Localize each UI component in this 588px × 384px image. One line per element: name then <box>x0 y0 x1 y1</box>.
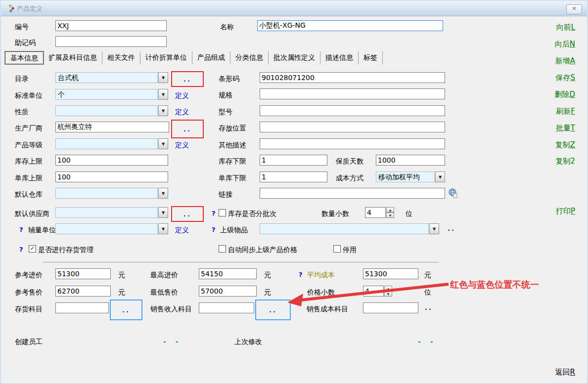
dropdown-arrow-icon[interactable]: ▼ <box>158 138 168 149</box>
cost-method-combobox[interactable]: 移动加权平均 ▼ <box>376 171 445 182</box>
spec-input[interactable] <box>260 88 445 99</box>
mnemonic-input[interactable] <box>55 36 167 47</box>
stock-lower-input[interactable] <box>260 155 327 166</box>
sales-income-browse-button[interactable]: .. <box>269 306 277 314</box>
sidebar-button-copy2[interactable]: 复制2 <box>555 157 575 166</box>
back-button[interactable]: 返回R <box>555 368 575 377</box>
location-input[interactable] <box>260 122 445 132</box>
sidebar-button-delete[interactable]: 删除D <box>554 90 575 99</box>
grade-define-link[interactable]: 定义 <box>175 141 189 150</box>
sidebar-button-forward[interactable]: 向前L <box>556 23 575 32</box>
dropdown-arrow-icon[interactable]: ▼ <box>435 171 445 182</box>
sidebar-button-print[interactable]: 打印P <box>556 207 575 216</box>
ref-purchase-input[interactable] <box>55 268 111 279</box>
aux-unit-define-link[interactable]: 定义 <box>175 226 189 235</box>
store-lower-input[interactable] <box>260 171 327 182</box>
tab-pricing-units[interactable]: 计价折算单位 <box>140 51 192 64</box>
creator-label: 创建员工 <box>15 337 43 346</box>
sidebar-button-refresh[interactable]: 刷新F <box>556 107 575 116</box>
spin-down-icon[interactable]: ▼ <box>386 213 394 218</box>
auto-sync-checkbox[interactable] <box>219 245 226 253</box>
aux-unit-combobox[interactable]: ▼ <box>55 223 168 234</box>
ref-sale-label: 参考售价 <box>15 287 43 297</box>
avg-cost-input[interactable] <box>363 268 418 279</box>
default-warehouse-combobox[interactable]: ▼ <box>55 188 168 199</box>
inv-account-browse-button[interactable]: .. <box>122 306 130 314</box>
default-supplier-combobox[interactable]: ▼ <box>55 207 168 218</box>
disabled-checkbox[interactable] <box>333 245 341 253</box>
annotation-red-box-supplier: .. <box>171 206 204 222</box>
grade-combobox[interactable]: ▼ <box>55 138 168 149</box>
inv-account-input[interactable] <box>55 302 109 313</box>
qty-decimal-stepper[interactable]: ▲ ▼ <box>365 207 394 218</box>
spin-up-icon[interactable]: ▲ <box>386 207 394 213</box>
manufacturer-input[interactable] <box>55 122 169 132</box>
sidebar-button-batch[interactable]: 批量T <box>556 124 575 133</box>
dropdown-arrow-icon[interactable]: ▼ <box>429 223 439 234</box>
tab-basic-info[interactable]: 基本信息 <box>5 51 44 64</box>
max-purchase-input[interactable] <box>199 268 257 279</box>
dropdown-arrow-icon[interactable]: ▼ <box>158 188 168 199</box>
sidebar-button-save[interactable]: 保存S <box>555 73 575 83</box>
tab-classification[interactable]: 分类信息 <box>230 51 269 64</box>
parent-item-combobox[interactable]: ▼ <box>260 223 439 234</box>
currency-label: 元 <box>264 270 271 280</box>
barcode-label: 条形码 <box>219 74 239 84</box>
code-input[interactable] <box>55 20 167 31</box>
tab-labels[interactable]: 标签 <box>359 51 383 64</box>
other-desc-input[interactable] <box>260 138 445 149</box>
globe-icon[interactable] <box>448 188 458 198</box>
catalog-combobox[interactable]: 台式机 ▼ <box>55 72 168 83</box>
name-input[interactable] <box>257 20 443 31</box>
qty-decimal-input[interactable] <box>365 207 386 218</box>
store-lower-label: 单库下限 <box>219 173 246 183</box>
aux-unit-help-icon[interactable]: ? <box>19 225 23 235</box>
tab-extended-accounts[interactable]: 扩展及科目信息 <box>44 51 102 64</box>
nature-combobox[interactable]: ▼ <box>55 105 168 116</box>
sidebar-button-backward[interactable]: 向后N <box>555 40 575 49</box>
close-button[interactable]: ✕ <box>566 4 582 14</box>
ref-sale-input[interactable] <box>55 286 111 297</box>
model-label: 型号 <box>219 107 232 117</box>
parent-help-icon[interactable]: ? <box>212 225 216 235</box>
qty-decimal-label: 数量小数 <box>321 209 349 218</box>
dropdown-arrow-icon[interactable]: ▼ <box>158 72 168 83</box>
inventory-mgmt-help-icon[interactable]: ? <box>19 245 23 255</box>
batch-checkbox[interactable] <box>219 209 226 216</box>
barcode-input[interactable] <box>260 72 445 83</box>
avg-cost-label: 平均成本 <box>307 270 335 280</box>
section-divider <box>43 262 439 262</box>
manufacturer-browse-button[interactable]: .. <box>183 126 191 133</box>
other-desc-label: 其他描述 <box>219 140 246 150</box>
currency-label: 元 <box>264 287 271 297</box>
dropdown-arrow-icon[interactable]: ▼ <box>158 105 168 116</box>
shelf-days-input[interactable] <box>376 155 445 166</box>
sidebar-button-copy[interactable]: 复制Z <box>555 140 575 150</box>
std-unit-combobox[interactable]: 个 ▼ <box>55 89 168 100</box>
dropdown-arrow-icon[interactable]: ▼ <box>158 207 168 218</box>
dropdown-arrow-icon[interactable]: ▼ <box>158 223 168 234</box>
tab-related-files[interactable]: 相关文件 <box>102 51 140 64</box>
currency-label: 元 <box>118 270 125 280</box>
supplier-browse-button[interactable]: .. <box>183 211 191 218</box>
sidebar-button-add[interactable]: 新增A <box>555 56 575 66</box>
min-sale-input[interactable] <box>199 286 257 297</box>
mnemonic-label: 助记码 <box>15 38 36 47</box>
parent-item-browse-button[interactable]: .. <box>448 225 455 232</box>
store-upper-input[interactable] <box>55 171 168 182</box>
batch-help-icon[interactable]: ? <box>212 209 216 218</box>
inventory-mgmt-checkbox[interactable]: ✓ <box>29 245 36 253</box>
tab-product-composition[interactable]: 产品组成 <box>192 51 230 64</box>
link-input[interactable] <box>260 188 445 199</box>
sales-income-input[interactable] <box>199 302 254 313</box>
tab-description[interactable]: 描述信息 <box>320 51 359 64</box>
default-supplier-label: 默认供应商 <box>15 209 49 218</box>
dropdown-arrow-icon[interactable]: ▼ <box>158 89 168 100</box>
std-unit-define-link[interactable]: 定义 <box>175 91 189 100</box>
nature-define-link[interactable]: 定义 <box>175 108 189 117</box>
catalog-browse-button[interactable]: .. <box>183 76 191 83</box>
stock-upper-input[interactable] <box>55 155 168 166</box>
avg-cost-help-icon[interactable]: ? <box>299 270 303 280</box>
model-input[interactable] <box>260 105 445 116</box>
tab-batch-attributes[interactable]: 批次属性定义 <box>269 51 320 64</box>
